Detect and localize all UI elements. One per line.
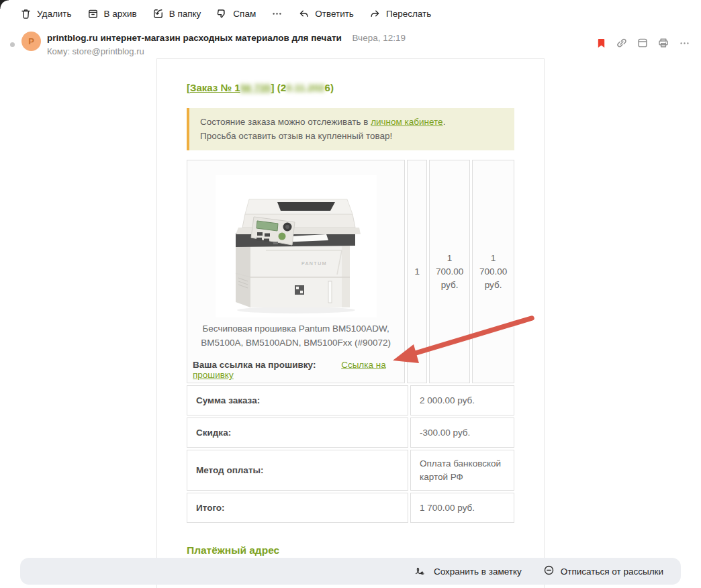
email-body-panel: [Заказ № 156 735] (20.11.2026) Состояние… <box>156 58 545 588</box>
summary-label: Метод оплаты: <box>187 450 408 491</box>
order-number-redacted: 56 735 <box>240 82 271 93</box>
reply-icon <box>298 8 310 19</box>
summary-value: 2 000.00 руб. <box>410 385 514 415</box>
order-status-notice: Состояние заказа можно отслеживать в лич… <box>187 108 514 150</box>
product-description: Бесчиповая прошивка Pantum BM5100ADW, BM… <box>191 322 400 350</box>
mail-app-window: Удалить В архив В папку Спам Ответить Пе… <box>0 0 701 588</box>
billing-address-heading: Платёжный адрес <box>187 544 514 556</box>
spam-label: Спам <box>233 9 256 19</box>
order-items-table: PANTUM <box>187 160 514 383</box>
delete-button[interactable]: Удалить <box>20 8 72 19</box>
spam-button[interactable]: Спам <box>216 8 256 19</box>
summary-label: Итого: <box>187 493 408 523</box>
save-to-note-label: Сохранить в заметку <box>434 567 522 577</box>
delete-label: Удалить <box>37 9 72 19</box>
email-content: [Заказ № 156 735] (20.11.2026) Состояние… <box>157 59 544 571</box>
firmware-link-label: Ваша ссылка на прошивку: <box>193 360 316 370</box>
more-icon <box>271 8 283 19</box>
recipient-line[interactable]: Кому: store@printblog.ru <box>47 46 144 56</box>
quantity-cell: 1 <box>407 160 427 383</box>
save-to-note-button[interactable]: Сохранить в заметку <box>415 565 522 578</box>
product-cell: PANTUM <box>187 160 405 383</box>
order-number-link[interactable]: Заказ № 156 735 <box>190 82 271 93</box>
forward-icon <box>369 8 381 19</box>
folder-move-icon <box>152 8 164 19</box>
notice-text-line2: Просьба оставить отзыв на купленный това… <box>200 131 392 141</box>
personal-account-link[interactable]: личном кабинете <box>371 117 443 127</box>
order-title: [Заказ № 156 735] (20.11.2026) <box>187 81 514 95</box>
row-total-cell: 1 700.00 руб. <box>472 160 514 383</box>
unsubscribe-label: Отписаться от рассылки <box>561 567 663 577</box>
calendar-icon[interactable] <box>635 36 650 50</box>
more-actions-button[interactable] <box>271 8 283 19</box>
summary-value: Оплата банковской картой РФ <box>410 450 514 491</box>
message-toolbar: Удалить В архив В папку Спам Ответить Пе… <box>0 0 701 27</box>
order-date: (20.11.2026) <box>275 82 334 93</box>
bottom-action-bar: Сохранить в заметку Отписаться от рассыл… <box>20 558 681 585</box>
order-summary-table: Сумма заказа: 2 000.00 руб. Скидка: -300… <box>187 385 514 523</box>
move-to-folder-label: В папку <box>169 9 201 19</box>
move-to-folder-button[interactable]: В папку <box>152 8 201 19</box>
unsubscribe-button[interactable]: Отписаться от рассылки <box>543 565 663 578</box>
firmware-link-row: Ваша ссылка на прошивку: Ссылка на проши… <box>191 360 400 380</box>
notice-text: Состояние заказа можно отслеживать в <box>200 117 371 127</box>
note-pen-icon <box>415 565 428 578</box>
sender-row: printblog.ru интернет-магазин расходных … <box>47 33 406 43</box>
summary-value: 1 700.00 руб. <box>410 493 514 523</box>
bookmark-icon[interactable] <box>594 36 608 50</box>
summary-row-subtotal: Сумма заказа: 2 000.00 руб. <box>187 385 514 415</box>
summary-value: -300.00 руб. <box>410 418 514 448</box>
message-action-icons <box>594 36 692 50</box>
print-icon[interactable] <box>656 36 671 50</box>
message-timestamp: Вчера, 12:19 <box>353 33 406 43</box>
sender-name[interactable]: printblog.ru интернет-магазин расходных … <box>47 33 342 43</box>
message-header: P printblog.ru интернет-магазин расходны… <box>0 27 701 60</box>
summary-label: Скидка: <box>187 418 408 448</box>
trash-icon <box>20 8 32 19</box>
summary-row-payment-method: Метод оплаты: Оплата банковской картой Р… <box>187 450 514 491</box>
archive-button[interactable]: В архив <box>87 8 137 19</box>
product-image: PANTUM <box>216 175 377 317</box>
archive-icon <box>87 8 99 19</box>
reply-button[interactable]: Ответить <box>298 8 354 19</box>
thumbs-down-icon <box>216 8 228 19</box>
sender-avatar[interactable]: P <box>21 32 41 51</box>
more-icon[interactable] <box>677 36 692 50</box>
price-cell: 1 700.00 руб. <box>429 160 470 383</box>
forward-button[interactable]: Переслать <box>369 8 431 19</box>
order-date-redacted: 0.11.202 <box>286 82 325 93</box>
minus-circle-icon <box>543 565 555 578</box>
summary-row-total: Итого: 1 700.00 руб. <box>187 493 514 523</box>
archive-label: В архив <box>104 9 137 19</box>
reply-label: Ответить <box>315 9 354 19</box>
summary-label: Сумма заказа: <box>187 385 408 415</box>
read-status-dot[interactable] <box>10 42 15 47</box>
summary-row-discount: Скидка: -300.00 руб. <box>187 418 514 448</box>
avatar-letter: P <box>28 36 34 46</box>
svg-text:PANTUM: PANTUM <box>301 261 327 266</box>
link-icon[interactable] <box>614 36 629 50</box>
forward-label: Переслать <box>386 9 431 19</box>
